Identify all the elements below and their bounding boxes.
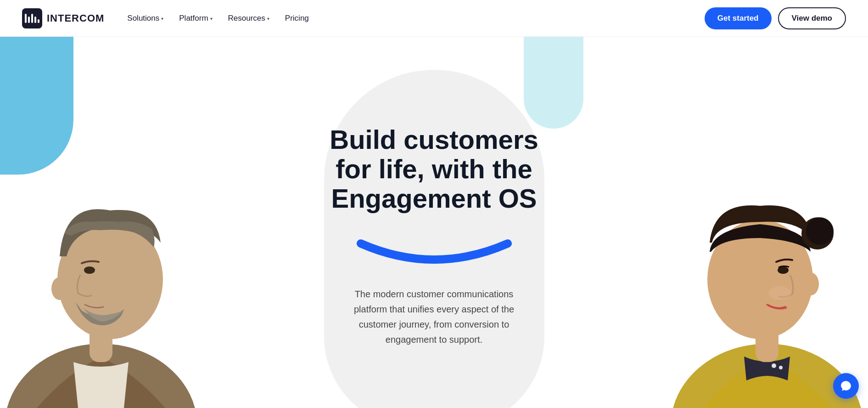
hero-section: Build customers for life, with the Engag…	[0, 37, 868, 408]
hero-center: Build customers for life, with the Engag…	[315, 97, 554, 347]
logo[interactable]: INTERCOM	[22, 8, 104, 28]
logo-icon	[22, 8, 42, 28]
chevron-down-icon: ▾	[210, 16, 213, 21]
navbar-left: INTERCOM Solutions ▾ Platform ▾ Resource…	[22, 8, 315, 28]
hero-subtitle: The modern customer communications platf…	[342, 287, 526, 347]
hero-title: Build customers for life, with the Engag…	[315, 97, 554, 213]
svg-point-4	[84, 266, 95, 274]
chat-bubble-button[interactable]	[833, 373, 859, 399]
nav-resources-label: Resources	[228, 14, 265, 23]
person-left	[0, 59, 225, 408]
get-started-button[interactable]: Get started	[705, 7, 772, 29]
navbar-right: Get started View demo	[705, 7, 846, 29]
nav-item-resources[interactable]: Resources ▾	[222, 10, 276, 27]
nav-item-platform[interactable]: Platform ▾	[173, 10, 218, 27]
chevron-down-icon: ▾	[267, 16, 269, 21]
nav-item-pricing[interactable]: Pricing	[279, 10, 315, 27]
nav-platform-label: Platform	[179, 14, 208, 23]
nav-item-solutions[interactable]: Solutions ▾	[121, 10, 170, 27]
svg-point-11	[806, 217, 834, 245]
svg-point-12	[802, 272, 819, 295]
chevron-down-icon: ▾	[161, 16, 163, 21]
view-demo-button[interactable]: View demo	[778, 7, 846, 29]
hero-smile-icon	[347, 234, 521, 273]
nav-links: Solutions ▾ Platform ▾ Resources ▾ Prici…	[121, 10, 315, 27]
chat-icon	[840, 380, 852, 392]
nav-pricing-label: Pricing	[285, 14, 309, 23]
nav-solutions-label: Solutions	[127, 14, 159, 23]
navbar: INTERCOM Solutions ▾ Platform ▾ Resource…	[0, 0, 868, 37]
person-right	[643, 59, 868, 408]
person-right-image	[643, 59, 868, 408]
svg-point-6	[772, 363, 776, 368]
person-left-image	[0, 59, 225, 408]
svg-point-7	[779, 366, 783, 369]
svg-point-3	[51, 277, 68, 300]
logo-bars	[25, 14, 39, 23]
svg-point-14	[768, 286, 791, 300]
logo-text: INTERCOM	[47, 12, 104, 24]
